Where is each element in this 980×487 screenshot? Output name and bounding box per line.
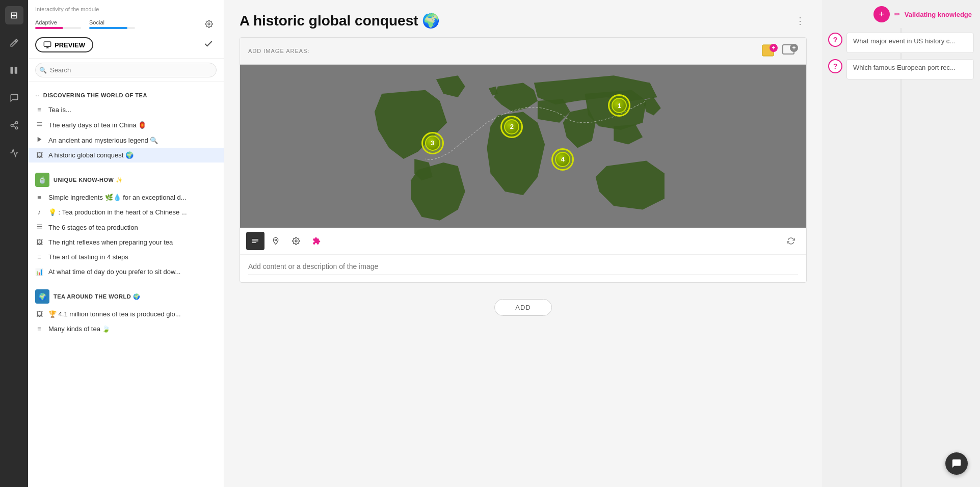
image-areas-header: ADD IMAGE AREAS: + + (240, 38, 806, 65)
list-item-tasting[interactable]: ≡ The art of tasting in 4 steps (28, 250, 224, 264)
add-question-button[interactable]: + (873, 6, 890, 22)
description-area (240, 255, 806, 282)
description-input[interactable] (248, 262, 798, 275)
list-text-production: 💡 : Tea production in the heart of a Chi… (48, 208, 217, 216)
svg-point-4 (15, 127, 18, 129)
list-text-conquest: A historic global conquest 🌍 (48, 151, 217, 159)
question-text-2[interactable]: Which famous European port rec... (846, 59, 974, 79)
module-panel: Interactivity of the module Adaptive Soc… (28, 0, 224, 487)
list-item-tonnes[interactable]: 🖼 🏆 4.1 million tonnes of tea is produce… (28, 307, 224, 321)
map-pin-4[interactable]: 4 (551, 148, 574, 171)
svg-line-5 (13, 126, 15, 127)
map-pin-1-label: 1 (612, 98, 627, 113)
social-bar-fill (89, 27, 127, 29)
edit-icon-button[interactable]: ✏ (894, 10, 900, 19)
question-card-1: ? What major event in US history c... (828, 33, 974, 53)
map-pin-3-label: 3 (425, 136, 440, 151)
toolbar-gear-button[interactable] (287, 232, 305, 250)
toolbar-refresh-button[interactable] (782, 232, 800, 250)
list-icon-daytime: 📊 (35, 268, 43, 276)
add-row: ADD (240, 291, 807, 324)
toolbar-row (240, 228, 806, 255)
toolbar-text-button[interactable] (246, 232, 264, 250)
add-button[interactable]: ADD (494, 299, 551, 316)
adaptive-bar-group: Adaptive (35, 19, 81, 29)
map-pin-3[interactable]: 3 (421, 132, 444, 154)
question-mark-2[interactable]: ? (828, 59, 842, 73)
module-list: ·· DISCOVERING THE WORLD OF TEA ≡ Tea is… (28, 82, 224, 487)
map-pin-2-label: 2 (504, 119, 519, 134)
social-bar-track (89, 27, 135, 29)
image-areas-actions: + + (761, 43, 798, 59)
svg-point-25 (275, 239, 276, 240)
pencil-nav-icon[interactable] (5, 34, 23, 52)
list-item-kinds[interactable]: ≡ Many kinds of tea 🍃 (28, 321, 224, 336)
svg-point-3 (11, 124, 13, 127)
list-item-ingredients[interactable]: ≡ Simple ingredients 🌿💧 for an exception… (28, 190, 224, 205)
list-item-production[interactable]: ♪ 💡 : Tea production in the heart of a C… (28, 205, 224, 220)
adaptive-bar-track (35, 27, 81, 29)
section-title-discovering: DISCOVERING THE WORLD OF TEA (43, 92, 147, 98)
section-thumb-knowhow: 🍵 (35, 173, 49, 187)
chat-nav-icon[interactable] (5, 89, 23, 107)
adaptive-label: Adaptive (35, 19, 81, 25)
chart-nav-icon[interactable] (5, 144, 23, 162)
list-icon-early-days (35, 121, 43, 129)
svg-marker-14 (37, 137, 41, 142)
add-sticky-area-button[interactable]: + (761, 43, 778, 59)
list-text-kinds: Many kinds of tea 🍃 (48, 325, 217, 333)
list-icon-production: ♪ (35, 208, 43, 216)
map-pin-2[interactable]: 2 (500, 116, 523, 138)
three-dots-button[interactable]: ⋮ (793, 13, 807, 29)
social-label: Social (89, 19, 135, 25)
toolbar-pin-button[interactable] (267, 232, 285, 250)
list-item-daytime[interactable]: 📊 At what time of day do you prefer to s… (28, 264, 224, 279)
list-item-early-days[interactable]: The early days of tea in China 🏮 (28, 117, 224, 132)
list-item-6stages[interactable]: The 6 stages of tea production (28, 220, 224, 235)
map-pin-1[interactable]: 1 (608, 94, 630, 117)
image-areas-label: ADD IMAGE AREAS: (248, 48, 310, 54)
map-pin-4-label: 4 (555, 152, 570, 167)
grid-nav-icon[interactable]: ⊞ (5, 6, 23, 24)
settings-gear-button[interactable] (201, 16, 217, 32)
toolbar-puzzle-button[interactable] (307, 232, 326, 250)
preview-button[interactable]: PREVIEW (35, 37, 93, 52)
list-text-tasting: The art of tasting in 4 steps (48, 253, 217, 261)
list-icon-ingredients: ≡ (35, 194, 43, 201)
question-text-1[interactable]: What major event in US history c... (846, 33, 974, 53)
svg-line-6 (13, 123, 15, 125)
list-text-ingredients: Simple ingredients 🌿💧 for an exceptional… (48, 194, 217, 201)
question-card-2: ? Which famous European port rec... (828, 59, 974, 79)
section-title-knowhow: UNIQUE KNOW-HOW ✨ (54, 177, 123, 183)
list-item-legend[interactable]: An ancient and mysterious legend 🔍 (28, 132, 224, 148)
preview-row: PREVIEW (35, 37, 217, 53)
list-item-reflexes[interactable]: 🖼 The right reflexes when preparing your… (28, 235, 224, 250)
question-cards: ? What major event in US history c... ? … (822, 33, 980, 79)
list-icon-reflexes: 🖼 (35, 238, 43, 246)
search-bar: 🔍 (28, 59, 224, 82)
play-nav-icon[interactable] (5, 61, 23, 79)
svg-rect-0 (10, 67, 13, 74)
list-text-tea-is: Tea is... (48, 106, 217, 114)
search-wrapper: 🔍 (35, 63, 217, 77)
check-button[interactable] (200, 37, 217, 53)
section-knowhow: 🍵 UNIQUE KNOW-HOW ✨ (28, 168, 224, 190)
list-text-tonnes: 🏆 4.1 million tonnes of tea is produced … (48, 310, 217, 318)
module-header-title: Interactivity of the module (35, 6, 217, 12)
question-mark-1[interactable]: ? (828, 33, 842, 47)
svg-point-26 (295, 240, 297, 242)
right-panel-header: + ✏ Validating knowledge (822, 0, 980, 29)
chat-bubble-button[interactable] (945, 452, 968, 475)
preview-label: PREVIEW (55, 41, 85, 49)
interactivity-row: Adaptive Social (35, 16, 217, 32)
list-item-tea-is[interactable]: ≡ Tea is... (28, 102, 224, 117)
section-thumb-tearound: 🌍 (35, 289, 49, 304)
world-map-container[interactable]: 3 2 1 4 (240, 65, 806, 228)
main-content: A historic global conquest 🌍 ⋮ ADD IMAGE… (224, 0, 822, 487)
list-item-conquest[interactable]: 🖼 A historic global conquest 🌍 (28, 148, 224, 163)
svg-point-7 (208, 23, 210, 25)
social-bar-group: Social (89, 19, 135, 29)
add-frame-area-button[interactable]: + (782, 43, 798, 59)
search-input[interactable] (35, 63, 217, 77)
share-nav-icon[interactable] (5, 116, 23, 134)
